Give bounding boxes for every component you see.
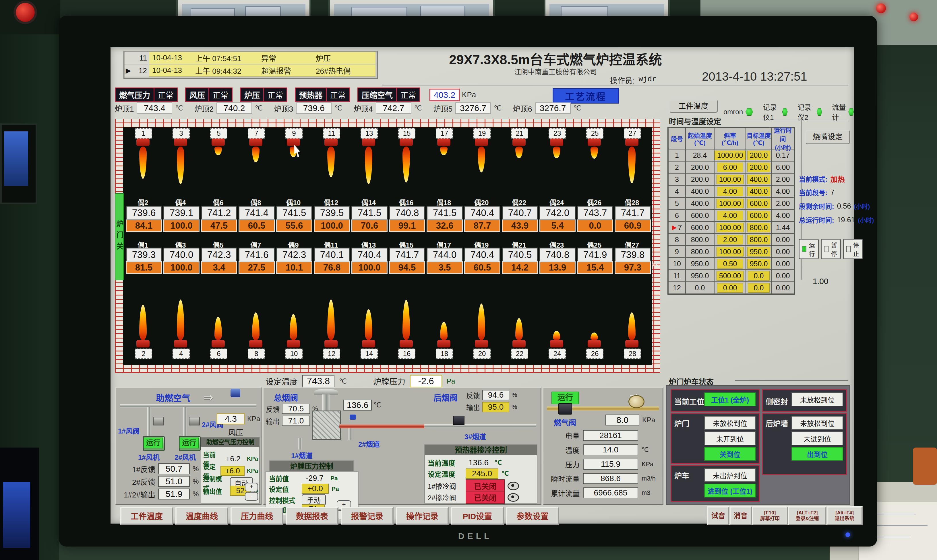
thermocouple-output-pct: 99.1 <box>389 220 425 232</box>
alarm-source: 26#热电偶 <box>316 65 376 77</box>
slope-value[interactable]: 2.00 <box>717 235 743 245</box>
pause-button[interactable]: 暂停 <box>821 239 841 259</box>
workpiece-temp-button[interactable]: 工件温度 <box>669 100 718 113</box>
burner-setting-button[interactable]: 烧嘴设定 <box>805 130 850 144</box>
system-button[interactable]: [Alt+F4] 退出系统 <box>826 506 863 525</box>
status-badge: 预热器正常 <box>295 88 350 102</box>
air-minus-button[interactable]: - <box>245 492 258 501</box>
preheater-set-value[interactable]: 245.0 <box>465 468 498 479</box>
status-badge-label: 燃气压力 <box>116 88 154 101</box>
burner-info-row: 段剩余时间:0.56(小时) <box>799 201 870 211</box>
nav-button[interactable]: 温度曲线 <box>176 507 228 525</box>
eye-icon[interactable] <box>507 493 519 502</box>
air-feedback-row: 1#反馈50.7% <box>118 463 199 474</box>
top-temp-label: 炉顶3 <box>274 103 293 114</box>
burner-number: 22 <box>511 349 528 359</box>
alarm-row[interactable]: 1110-04-13上午 07:54:51异常炉压 <box>125 52 376 64</box>
ctrl-value[interactable]: +0.0 <box>302 484 329 494</box>
target-value[interactable]: 800.0 <box>747 223 771 232</box>
schedule-seg-cell: 10 <box>668 258 686 270</box>
rear-out-value[interactable]: 95.0 <box>482 402 509 412</box>
target-value[interactable]: 200.0 <box>747 151 771 160</box>
valve-label: 2#掺冷阀 <box>428 492 463 502</box>
target-value[interactable]: 400.0 <box>747 187 771 196</box>
alarm-marker <box>125 52 132 64</box>
emergency-stop-button[interactable] <box>16 3 35 22</box>
status-badge: 炉压正常 <box>240 88 287 102</box>
run-button[interactable]: 运行 <box>799 239 819 259</box>
schedule-time-cell: 2.00 <box>772 197 794 209</box>
target-value[interactable]: 600.0 <box>747 199 771 208</box>
slope-value[interactable]: 500.00 <box>717 271 743 281</box>
burner-number: 25 <box>586 128 603 138</box>
ctrl-value: -29.7 <box>302 474 328 483</box>
slope-value[interactable]: 100.00 <box>717 199 743 208</box>
slope-value[interactable]: 1000.00 <box>715 151 746 160</box>
target-value[interactable]: 0.0 <box>748 283 770 292</box>
stop-button[interactable]: 停止 <box>843 239 863 259</box>
slope-value[interactable]: 100.00 <box>717 175 743 184</box>
target-value[interactable]: 950.0 <box>747 259 771 269</box>
target-value[interactable]: 0.0 <box>748 271 770 281</box>
nav-button[interactable]: 压力曲线 <box>231 507 284 525</box>
chamber-mode-button[interactable]: 手动 <box>302 494 326 506</box>
system-button[interactable]: [F10] 屏幕打印 <box>752 506 788 525</box>
slope-value[interactable]: 4.00 <box>717 187 743 196</box>
schedule-start-cell: 950.0 <box>686 258 714 270</box>
slope-value[interactable]: 100.00 <box>717 223 743 232</box>
target-value[interactable]: 950.0 <box>747 247 771 257</box>
burner-icon <box>211 340 225 348</box>
burner-icon <box>625 340 638 348</box>
seg-num: 9 <box>675 248 679 256</box>
device-indicator-label: omron <box>723 108 743 116</box>
alarm-type: 超温报警 <box>261 65 316 77</box>
gas-pressure-row: 8.0KPa <box>606 415 655 425</box>
burner-number: 23 <box>549 128 566 138</box>
target-value[interactable]: 600.0 <box>747 211 771 220</box>
process-flow-button[interactable]: 工艺流程 <box>553 88 619 103</box>
target-value[interactable]: 400.0 <box>747 175 771 184</box>
nav-button[interactable]: 工件温度 <box>120 507 173 525</box>
nav-button[interactable]: 操作记录 <box>396 507 449 525</box>
nav-button[interactable]: PID设置 <box>451 507 504 525</box>
gas-data-row: 瞬时流量868.6m3/h <box>545 473 656 484</box>
set-temp-label: 设定温度 <box>265 375 298 387</box>
device-indicator: 流量计 <box>832 102 854 122</box>
device-indicator-row: omron记录仪1记录仪2流量计 <box>723 102 854 122</box>
air-plus-button[interactable]: + <box>245 483 258 491</box>
slope-value[interactable]: 0.00 <box>717 283 743 292</box>
schedule-target-cell: 0.0 <box>746 282 772 294</box>
burner-number: 16 <box>398 349 415 359</box>
target-value[interactable]: 800.0 <box>747 235 771 245</box>
status-lamp-green-icon <box>848 108 854 116</box>
alarm-row[interactable]: ▶1210-04-13上午 09:44:32超温报警26#热电偶 <box>125 65 376 77</box>
slope-value[interactable]: 6.00 <box>717 163 743 172</box>
top-temp-value: 740.2 <box>216 102 252 114</box>
slope-value[interactable]: 0.50 <box>717 259 743 269</box>
system-button[interactable]: 消音 <box>729 506 752 525</box>
burner-number: 26 <box>586 349 603 359</box>
air-feedback-label: 1#2#输出 <box>118 489 155 500</box>
nav-button[interactable]: 参数设置 <box>506 507 559 525</box>
schedule-target-cell: 600.0 <box>746 197 772 209</box>
target-value[interactable]: 200.0 <box>747 163 771 172</box>
chamber-pressure-value: -2.6 <box>410 375 442 387</box>
slope-value[interactable]: 4.00 <box>717 211 743 220</box>
slope-value[interactable]: 100.00 <box>717 247 743 257</box>
schedule-target-cell: 200.0 <box>746 161 772 173</box>
status-badge-label: 压缩空气 <box>358 88 396 101</box>
flame-icon <box>628 312 636 340</box>
system-button[interactable]: 试音 <box>707 506 729 525</box>
label: 当前温度 <box>428 458 463 468</box>
eye-icon[interactable] <box>507 482 519 490</box>
schedule-time-cell: 6.00 <box>772 161 794 173</box>
nav-button[interactable]: 报警记录 <box>341 507 394 525</box>
schedule-target-cell: 200.0 <box>746 149 772 161</box>
nav-button[interactable]: 数据报表 <box>286 507 339 525</box>
info-value: 0.56 <box>837 202 851 210</box>
thermocouple-output-pct: 13.9 <box>539 262 576 274</box>
gas-row-value: 6966.685 <box>583 488 638 498</box>
system-button[interactable]: [ALT+F2] 登录&注销 <box>788 506 826 525</box>
thermocouple-output-pct: 60.5 <box>239 220 275 232</box>
door-status-group: 后炉墙未放松到位未进到位出到位 <box>762 413 847 475</box>
